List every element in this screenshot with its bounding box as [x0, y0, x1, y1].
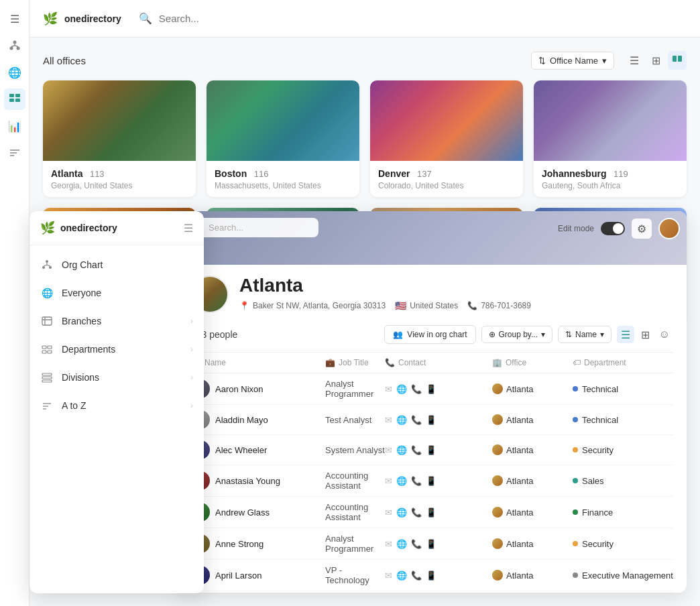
dept-name: Technical [582, 415, 618, 425]
table-header: 👤 Name 💼 Job Title 📞 Contact 🏢 Office 🏷 [191, 353, 673, 373]
dept-dot [573, 478, 578, 483]
table-row[interactable]: Anastasia Young Accounting Assistant ✉ 🌐… [191, 465, 673, 497]
mobile-icon[interactable]: 📱 [426, 476, 436, 486]
mobile-icon[interactable]: 📱 [426, 539, 436, 549]
email-icon[interactable]: ✉ [385, 539, 392, 549]
detail-header-bg: 🔍 Search... Edit mode ⚙ [178, 211, 687, 265]
table-row[interactable]: Alec Wheeler System Analyst ✉ 🌐 📞 📱 Atla… [191, 435, 673, 465]
phone-icon[interactable]: 📞 [411, 384, 422, 394]
edit-mode-toggle[interactable] [601, 222, 625, 235]
overlay-header: 🌿 onedirectory ☰ [30, 211, 204, 245]
search-input[interactable] [159, 13, 687, 24]
office-dot [492, 507, 503, 518]
svg-rect-26 [42, 351, 46, 353]
mobile-icon[interactable]: 📱 [426, 384, 436, 394]
office-card-johannesburg[interactable]: Johannesburg 119 Gauteng, South Africa [534, 80, 687, 197]
job-title: Analyst Programmer [325, 379, 385, 399]
user-avatar[interactable] [658, 218, 680, 239]
sort-button[interactable]: ⇅ Office Name ▾ [531, 52, 614, 70]
email-icon[interactable]: ✉ [385, 415, 392, 425]
detail-search-bar[interactable]: 🔍 Search... [184, 218, 318, 237]
job-title: Accounting Assistant [325, 502, 385, 522]
web-icon[interactable]: 🌐 [396, 415, 407, 425]
people-icon[interactable] [4, 88, 25, 110]
list-view-btn[interactable]: ☰ [625, 51, 644, 70]
sort-icon-btn: ⇅ [538, 56, 546, 66]
phone-icon[interactable]: 📞 [411, 507, 422, 518]
nav-item-divisions[interactable]: Divisions › [30, 363, 204, 391]
phone-icon[interactable]: 📞 [411, 570, 422, 581]
menu-icon[interactable]: ☰ [4, 8, 25, 29]
web-icon[interactable]: 🌐 [396, 539, 407, 549]
nav-atoz-icon [40, 399, 54, 412]
mobile-icon[interactable]: 📱 [426, 507, 436, 518]
phone-text: 786-701-3689 [481, 301, 531, 310]
table-view-btn[interactable]: ☰ [617, 326, 634, 343]
office-card-atlanta[interactable]: Atlanta 113 Georgia, United States [43, 80, 196, 197]
address-text: Baker St NW, Atlanta, Georgia 30313 [253, 301, 386, 310]
card-view-btn[interactable] [668, 51, 687, 70]
nav-item-atoz[interactable]: A to Z › [30, 391, 204, 420]
contact-icons: ✉ 🌐 📞 📱 [385, 415, 492, 425]
phone-icon[interactable]: 📞 [411, 539, 422, 549]
office-dot [492, 570, 503, 581]
table-row[interactable]: April Larson VP - Technology ✉ 🌐 📞 📱 Atl… [191, 560, 673, 591]
detail-content: Atlanta 📍 Baker St NW, Atlanta, Georgia … [178, 265, 687, 593]
email-icon[interactable]: ✉ [385, 507, 392, 518]
office-name: Atlanta [506, 507, 533, 518]
grid-view-btn[interactable]: ⊞ [646, 51, 665, 70]
mobile-icon[interactable]: 📱 [426, 415, 436, 425]
emoji-view-btn[interactable]: ☺ [656, 326, 673, 343]
office-cell: Atlanta [492, 414, 573, 425]
name-sort-button[interactable]: ⇅ Name ▾ [558, 326, 611, 343]
nav-item-everyone[interactable]: 🌐 Everyone [30, 279, 204, 307]
chart-icon[interactable]: 📊 [4, 115, 25, 137]
svg-rect-29 [42, 377, 52, 379]
sort-icon[interactable] [4, 142, 25, 164]
flag-icon: 🇺🇸 [395, 300, 406, 311]
person-cell: April Larson [191, 566, 325, 585]
svg-point-16 [42, 266, 45, 269]
globe-icon[interactable]: 🌐 [4, 62, 25, 83]
office-cell: Atlanta [492, 507, 573, 518]
office-name: Atlanta [506, 476, 533, 486]
phone-icon[interactable]: 📞 [411, 445, 422, 455]
nav-departments-label: Departments [62, 344, 182, 355]
org-chart-icon[interactable] [4, 35, 25, 56]
name-sort-chevron: ▾ [600, 330, 604, 339]
table-row[interactable]: Anne Strong Analyst Programmer ✉ 🌐 📞 📱 A… [191, 528, 673, 560]
phone-icon[interactable]: 📞 [411, 476, 422, 486]
web-icon[interactable]: 🌐 [396, 507, 407, 518]
group-by-button[interactable]: ⊕ Group by... ▾ [481, 326, 552, 343]
dept-dot [573, 572, 578, 578]
nav-item-departments[interactable]: Departments › [30, 335, 204, 363]
table-row[interactable]: Aaron Nixon Analyst Programmer ✉ 🌐 📞 📱 A… [191, 373, 673, 405]
search-icon: 🔍 [139, 12, 152, 25]
svg-rect-25 [48, 346, 52, 349]
nav-item-branches[interactable]: Branches › [30, 307, 204, 335]
mobile-icon[interactable]: 📱 [426, 445, 436, 455]
email-icon[interactable]: ✉ [385, 570, 392, 581]
dept-cell: Technical [573, 384, 673, 394]
email-icon[interactable]: ✉ [385, 384, 392, 394]
nav-item-org-chart[interactable]: Org Chart [30, 251, 204, 279]
mobile-icon[interactable]: 📱 [426, 570, 436, 581]
web-icon[interactable]: 🌐 [396, 384, 407, 394]
table-row[interactable]: April Yates Analyst Programmer ✉ 🌐 📞 📱 A… [191, 591, 673, 593]
settings-button[interactable]: ⚙ [632, 219, 652, 239]
web-icon[interactable]: 🌐 [396, 476, 407, 486]
office-card-boston[interactable]: Boston 116 Massachusetts, United States [207, 80, 359, 197]
view-in-org-button[interactable]: 👥 View in org chart [384, 325, 475, 344]
web-icon[interactable]: 🌐 [396, 445, 407, 455]
office-card-denver[interactable]: Denver 137 Colorado, United States [370, 80, 523, 197]
email-icon[interactable]: ✉ [385, 445, 392, 455]
table-row[interactable]: Aladdin Mayo Test Analyst ✉ 🌐 📞 📱 Atlant… [191, 405, 673, 435]
dept-dot [573, 386, 578, 391]
overlay-menu-icon[interactable]: ☰ [184, 222, 193, 235]
phone-icon[interactable]: 📞 [411, 415, 422, 425]
web-icon[interactable]: 🌐 [396, 570, 407, 581]
table-row[interactable]: Andrew Glass Accounting Assistant ✉ 🌐 📞 … [191, 497, 673, 528]
nav-divisions-arrow: › [190, 373, 193, 382]
grid-view-small-btn[interactable]: ⊞ [636, 326, 654, 343]
email-icon[interactable]: ✉ [385, 476, 392, 486]
